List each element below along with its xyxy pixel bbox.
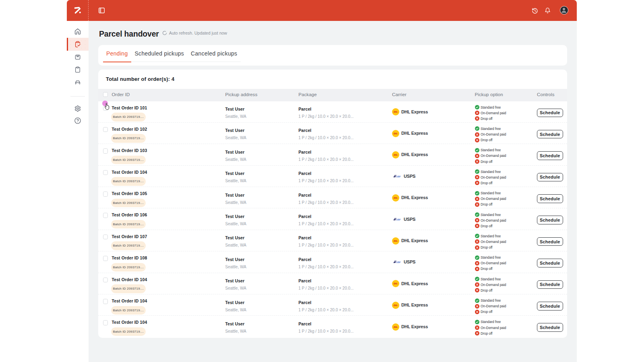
- svg-text:-DHL-: -DHL-: [393, 154, 398, 156]
- svg-text:-DHL-: -DHL-: [393, 240, 398, 242]
- svg-text:-DHL-: -DHL-: [393, 283, 398, 285]
- svg-text:-DHL-: -DHL-: [393, 197, 398, 199]
- svg-text:-DHL-: -DHL-: [393, 132, 398, 134]
- svg-text:-DHL-: -DHL-: [393, 304, 398, 306]
- svg-text:USPS: USPS: [396, 175, 400, 178]
- svg-text:USPS: USPS: [396, 218, 400, 221]
- svg-text:-DHL-: -DHL-: [393, 326, 398, 328]
- svg-text:-DHL-: -DHL-: [393, 111, 398, 113]
- svg-text:USPS: USPS: [396, 261, 400, 263]
